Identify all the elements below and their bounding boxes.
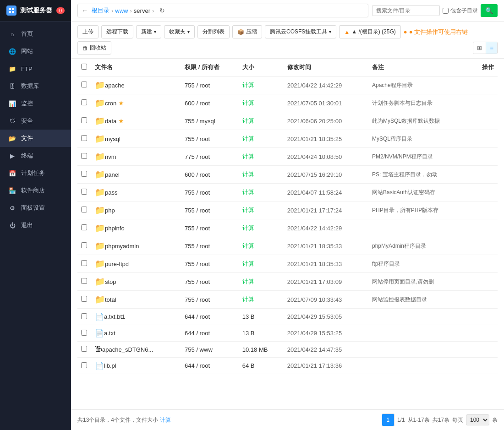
calc-link[interactable]: 计算 [160, 416, 171, 424]
view-toggle: ⊞ ≡ [473, 42, 498, 54]
filename-text[interactable]: pure-ftpd [105, 261, 129, 267]
search-button[interactable]: 🔍 [481, 4, 498, 17]
compress-button[interactable]: 📦 压缩 [232, 25, 262, 38]
back-button[interactable]: ← [82, 7, 88, 14]
row-perm: 755 / root [181, 219, 239, 237]
sidebar-item-website[interactable]: 🌐 网站 [0, 43, 71, 60]
header-filename: 文件名 [91, 59, 181, 76]
filename-text[interactable]: cron [105, 100, 116, 107]
filename-text[interactable]: phpmyadmin [105, 243, 139, 250]
table-row: 📁 pure-ftpd 755 / root 计算 2021/01/21 18:… [77, 255, 498, 273]
filename-text[interactable]: phpinfo [105, 225, 125, 232]
row-time: 2021/01/21 18:35:33 [284, 255, 368, 273]
sidebar-item-ftp[interactable]: 📁 FTP [0, 60, 71, 77]
sidebar-item-cron[interactable]: 📅 计划任务 [0, 164, 71, 182]
sidebar-title: 测试服务器 [20, 6, 56, 15]
per-page-select[interactable]: 100 50 200 [466, 414, 489, 425]
compress-icon: 📦 [237, 29, 244, 35]
filename-text[interactable]: apache [105, 82, 125, 89]
filename-text[interactable]: pass [105, 189, 117, 196]
row-checkbox[interactable] [81, 189, 87, 195]
view-list-button[interactable]: 分割列表 [197, 25, 230, 38]
collect-button[interactable]: 收藏夹 [164, 25, 195, 38]
path-root[interactable]: 根目录 [92, 6, 110, 15]
storage-info-button[interactable]: ▲ ▲ /(根目录) (25G) [339, 25, 400, 38]
row-checkbox[interactable] [81, 207, 87, 212]
filename-text[interactable]: panel [105, 171, 120, 178]
row-checkbox-cell [77, 112, 91, 130]
refresh-button[interactable]: ↻ [159, 7, 165, 14]
row-checkbox[interactable] [81, 362, 87, 368]
filename-text[interactable]: a.txt.bt1 [104, 313, 125, 320]
path-current: server [134, 7, 150, 14]
filename-text[interactable]: lib.pl [104, 362, 116, 369]
remote-download-button[interactable]: 远程下载 [101, 25, 133, 38]
row-note: 网站停用页面目录,请勿删 [368, 273, 471, 291]
row-time: 2021/07/15 16:29:10 [284, 166, 368, 184]
table-row: 📁 apache 755 / root 计算 2021/04/22 14:42:… [77, 76, 498, 94]
upload-button[interactable]: 上传 [77, 25, 99, 38]
table-row: 📁 nvm 775 / root 计算 2021/04/24 10:08:50 … [77, 148, 498, 166]
row-checkbox-cell [77, 255, 91, 273]
row-checkbox[interactable] [81, 278, 87, 284]
include-subdir-checkbox[interactable] [443, 8, 449, 14]
sidebar-item-monitor[interactable]: 📊 监控 [0, 95, 71, 112]
row-checkbox[interactable] [81, 296, 87, 302]
row-size: 10.18 MB [239, 342, 284, 358]
select-all-checkbox[interactable] [81, 64, 87, 70]
sidebar-item-store[interactable]: 🏪 软件商店 [0, 182, 71, 199]
page-current-btn[interactable]: 1 [382, 414, 394, 426]
row-checkbox[interactable] [81, 82, 87, 87]
new-button[interactable]: 新建 [136, 25, 161, 38]
search-input[interactable] [376, 7, 436, 14]
path-www[interactable]: www [115, 7, 128, 14]
recycle-button[interactable]: 🗑 回收站 [77, 41, 111, 54]
filename-text[interactable]: data [105, 118, 116, 125]
sidebar-item-files[interactable]: 📂 文件 [0, 130, 71, 147]
sidebar-item-logout[interactable]: ⏻ 退出 [0, 217, 71, 234]
row-filename: 📁 apache [91, 76, 181, 94]
folder-icon: 📁 [95, 187, 105, 197]
row-checkbox[interactable] [81, 171, 87, 177]
row-checkbox[interactable] [81, 117, 87, 123]
filename-text[interactable]: total [105, 296, 116, 303]
filename-text[interactable]: stop [105, 278, 116, 285]
folder-icon: 📁 [95, 169, 105, 180]
row-note: 计划任务脚本与日志目录 [368, 94, 471, 112]
sidebar-item-settings[interactable]: ⚙ 面板设置 [0, 199, 71, 217]
row-time: 2021/06/06 20:25:00 [284, 112, 368, 130]
grid-view-button[interactable]: ⊞ [473, 42, 486, 54]
row-checkbox-cell [77, 325, 91, 342]
filename-text[interactable]: apache_sDTGN6... [102, 346, 153, 353]
row-checkbox-cell [77, 342, 91, 358]
row-checkbox[interactable] [81, 330, 87, 336]
file-icon: 📄 [95, 312, 104, 321]
filename-text[interactable]: a.txt [104, 330, 115, 337]
path-nav[interactable]: ← 根目录 › www › server › ↻ [77, 4, 368, 17]
row-time: 2021/01/21 17:03:09 [284, 273, 368, 291]
filename-text[interactable]: nvm [105, 153, 116, 160]
sidebar-item-database[interactable]: 🗄 数据库 [0, 77, 71, 95]
sidebar-item-home[interactable]: ⌂ 首页 [0, 25, 71, 43]
row-time: 2021/04/22 14:42:29 [284, 76, 368, 94]
row-checkbox[interactable] [81, 99, 87, 105]
filename-text[interactable]: php [105, 207, 115, 214]
row-note: PHP目录，所有PHP版本存 [368, 201, 471, 219]
row-checkbox[interactable] [81, 346, 87, 352]
sidebar-item-terminal[interactable]: ▶ 终端 [0, 147, 71, 164]
row-checkbox[interactable] [81, 153, 87, 159]
terminal-icon: ▶ [8, 152, 16, 160]
row-checkbox[interactable] [81, 135, 87, 141]
tencent-tool-button[interactable]: 腾讯云COSFS挂载工具 [265, 25, 336, 38]
row-ops [471, 201, 498, 219]
row-perm: 755 / root [181, 255, 239, 273]
row-checkbox[interactable] [81, 242, 87, 248]
row-checkbox[interactable] [81, 224, 87, 230]
ftp-icon: 📁 [8, 65, 16, 73]
row-checkbox-cell [77, 130, 91, 148]
row-checkbox[interactable] [81, 313, 87, 319]
sidebar-item-security[interactable]: 🛡 安全 [0, 112, 71, 130]
row-checkbox[interactable] [81, 260, 87, 266]
list-view-button[interactable]: ≡ [486, 42, 497, 54]
filename-text[interactable]: mysql [105, 136, 121, 142]
